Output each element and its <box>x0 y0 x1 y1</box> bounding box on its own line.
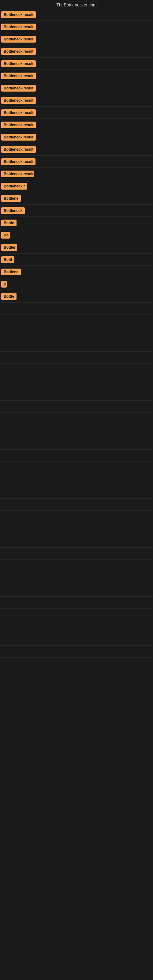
result-row: Bo <box>0 229 153 241</box>
empty-row <box>0 352 153 364</box>
empty-row <box>0 315 153 327</box>
result-row: Bottl <box>0 254 153 266</box>
result-row: Bottle <box>0 217 153 229</box>
bottleneck-badge-6[interactable]: Bottleneck result <box>1 73 36 79</box>
result-row: Bottleneck <box>0 205 153 217</box>
site-header: TheBottlenecker.com <box>0 0 153 9</box>
empty-row <box>0 560 153 572</box>
result-row: Bottler <box>0 241 153 254</box>
bottleneck-badge-1[interactable]: Bottleneck result <box>1 11 36 18</box>
bottleneck-badge-20[interactable]: Bottler <box>1 244 17 251</box>
bottleneck-badge-9[interactable]: Bottleneck result <box>1 109 36 116</box>
bottleneck-badge-22[interactable]: Bottlene <box>1 269 21 275</box>
bottleneck-badge-12[interactable]: Bottleneck result <box>1 146 36 153</box>
result-row: Bottleneck result <box>0 9 153 21</box>
empty-row <box>0 547 153 560</box>
result-row: Bottleneck result <box>0 168 153 180</box>
empty-row <box>0 302 153 315</box>
empty-row <box>0 609 153 621</box>
bottleneck-badge-14[interactable]: Bottleneck result <box>1 170 34 177</box>
bottleneck-badge-10[interactable]: Bottleneck result <box>1 122 36 128</box>
bottleneck-badge-4[interactable]: Bottleneck result <box>1 48 36 55</box>
empty-row <box>0 401 153 413</box>
badge-container: Bottleneck resultBottleneck resultBottle… <box>0 9 153 670</box>
bottleneck-badge-18[interactable]: Bottle <box>1 220 16 226</box>
result-row: Bottleneck result <box>0 21 153 33</box>
empty-row <box>0 633 153 646</box>
empty-row <box>0 327 153 339</box>
empty-row <box>0 413 153 425</box>
empty-row <box>0 462 153 474</box>
bottleneck-badge-5[interactable]: Bottleneck result <box>1 60 36 67</box>
bottleneck-badge-8[interactable]: Bottleneck result <box>1 97 36 104</box>
bottleneck-badge-3[interactable]: Bottleneck result <box>1 36 36 43</box>
result-row: Bottleneck result <box>0 33 153 45</box>
result-row: Bottlene <box>0 192 153 205</box>
result-row: Bottleneck result <box>0 131 153 143</box>
empty-row <box>0 584 153 597</box>
empty-row <box>0 646 153 658</box>
empty-row <box>0 572 153 584</box>
empty-row <box>0 388 153 401</box>
empty-row <box>0 425 153 438</box>
result-row: Bottleneck result <box>0 143 153 156</box>
bottleneck-badge-7[interactable]: Bottleneck result <box>1 85 36 92</box>
empty-row <box>0 597 153 609</box>
bottleneck-badge-16[interactable]: Bottlene <box>1 195 21 202</box>
bottleneck-badge-13[interactable]: Bottleneck result <box>1 158 35 165</box>
bottleneck-badge-24[interactable]: Bottle <box>1 293 16 300</box>
empty-row <box>0 621 153 633</box>
bottleneck-badge-17[interactable]: Bottleneck <box>1 207 25 214</box>
empty-row <box>0 523 153 535</box>
bottleneck-badge-15[interactable]: Bottleneck r <box>1 183 27 189</box>
empty-row <box>0 450 153 462</box>
empty-row <box>0 535 153 547</box>
result-row: B <box>0 278 153 290</box>
empty-row <box>0 364 153 376</box>
result-row: Bottleneck result <box>0 70 153 82</box>
result-row: Bottlene <box>0 266 153 278</box>
site-title: TheBottlenecker.com <box>0 0 153 9</box>
empty-row <box>0 658 153 670</box>
result-row: Bottleneck result <box>0 156 153 168</box>
bottleneck-badge-21[interactable]: Bottl <box>1 256 14 263</box>
result-row: Bottleneck result <box>0 107 153 119</box>
empty-row <box>0 376 153 388</box>
empty-row <box>0 511 153 523</box>
empty-row <box>0 474 153 486</box>
bottleneck-badge-19[interactable]: Bo <box>1 232 10 239</box>
result-row: Bottleneck r <box>0 180 153 192</box>
result-row: Bottle <box>0 290 153 302</box>
bottleneck-badge-23[interactable]: B <box>1 281 7 288</box>
result-row: Bottleneck result <box>0 82 153 94</box>
result-row: Bottleneck result <box>0 119 153 131</box>
bottleneck-badge-11[interactable]: Bottleneck result <box>1 134 36 140</box>
empty-row <box>0 486 153 499</box>
empty-row <box>0 438 153 450</box>
empty-row <box>0 339 153 352</box>
result-row: Bottleneck result <box>0 94 153 107</box>
result-row: Bottleneck result <box>0 57 153 70</box>
bottleneck-badge-2[interactable]: Bottleneck result <box>1 24 36 30</box>
result-row: Bottleneck result <box>0 45 153 57</box>
empty-row <box>0 499 153 511</box>
